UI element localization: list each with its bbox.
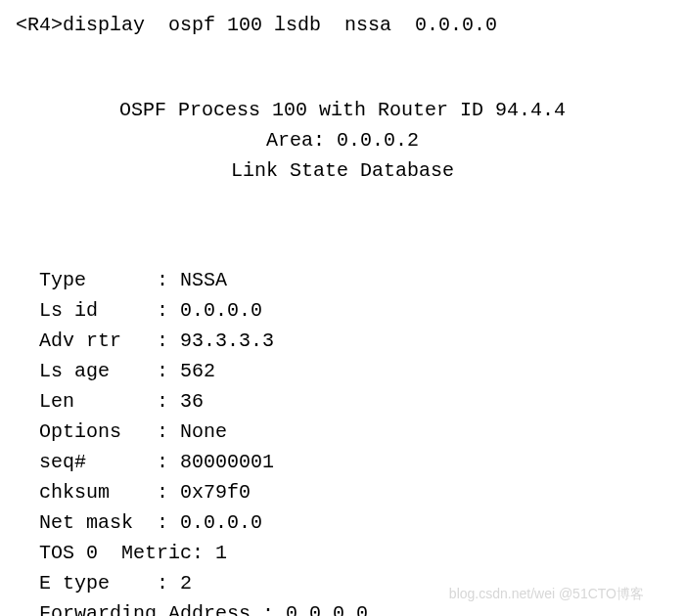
len-value: 36 xyxy=(180,390,204,413)
field-row-fwd: Forwarding Address : 0.0.0.0 xyxy=(39,602,368,616)
command-text: display ospf 100 lsdb nssa 0.0.0.0 xyxy=(63,14,497,36)
header-line-3: Link State Database xyxy=(231,159,454,182)
field-row-etype: E type : 2 xyxy=(39,572,192,594)
header-line-2: Area: 0.0.0.2 xyxy=(266,129,419,152)
command-line: <R4>display ospf 100 lsdb nssa 0.0.0.0 xyxy=(16,10,669,41)
netmask-label: Net mask : xyxy=(39,511,180,534)
seq-value: 80000001 xyxy=(180,451,274,473)
lsdb-fields: Type : NSSA Ls id : 0.0.0.0 Adv rtr : 93… xyxy=(39,235,669,616)
fwd-label: Forwarding Address : xyxy=(39,602,286,616)
fwd-value: 0.0.0.0 xyxy=(286,602,368,616)
field-row-type: Type : NSSA xyxy=(39,269,227,291)
etype-value: 2 xyxy=(180,572,192,594)
watermark-text: blog.csdn.net/wei @51CTO博客 xyxy=(449,583,644,604)
header-line-1: OSPF Process 100 with Router ID 94.4.4 xyxy=(119,99,566,121)
field-row-advrtr: Adv rtr : 93.3.3.3 xyxy=(39,330,274,352)
type-value: NSSA xyxy=(180,269,227,291)
lsid-value: 0.0.0.0 xyxy=(180,299,262,322)
field-row-seq: seq# : 80000001 xyxy=(39,451,274,473)
field-row-options: Options : None xyxy=(39,420,227,443)
field-row-lsid: Ls id : 0.0.0.0 xyxy=(39,299,262,322)
prompt: <R4> xyxy=(16,14,63,36)
field-row-netmask: Net mask : 0.0.0.0 xyxy=(39,511,262,534)
field-row-tos: TOS 0 Metric: 1 xyxy=(39,542,227,564)
type-label: Type : xyxy=(39,269,180,291)
options-label: Options : xyxy=(39,420,180,443)
chksum-label: chksum : xyxy=(39,481,180,504)
len-label: Len : xyxy=(39,390,180,413)
advrtr-label: Adv rtr : xyxy=(39,330,180,352)
etype-label: E type : xyxy=(39,572,180,594)
lsage-value: 562 xyxy=(180,360,215,382)
chksum-value: 0x79f0 xyxy=(180,481,251,504)
lsid-label: Ls id : xyxy=(39,299,180,322)
field-row-chksum: chksum : 0x79f0 xyxy=(39,481,251,504)
field-row-len: Len : 36 xyxy=(39,390,204,413)
seq-label: seq# : xyxy=(39,451,180,473)
options-value: None xyxy=(180,420,227,443)
netmask-value: 0.0.0.0 xyxy=(180,511,262,534)
output-header: OSPF Process 100 with Router ID 94.4.4 A… xyxy=(16,65,669,186)
lsage-label: Ls age : xyxy=(39,360,180,382)
field-row-lsage: Ls age : 562 xyxy=(39,360,215,382)
advrtr-value: 93.3.3.3 xyxy=(180,330,274,352)
